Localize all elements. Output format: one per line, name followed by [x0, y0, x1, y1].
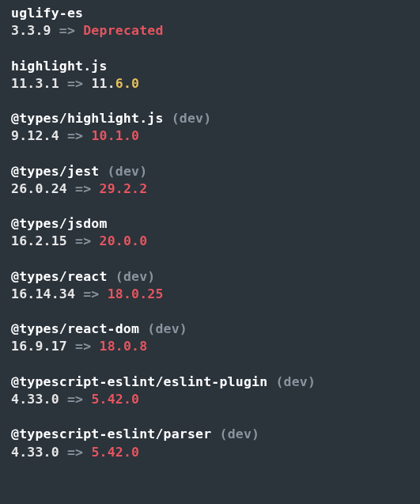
- version-segment: 18.0.8: [100, 339, 148, 354]
- package-header: @types/jsdom: [11, 215, 409, 233]
- version-line: 3.3.9 => Deprecated: [11, 22, 409, 40]
- package-entry: @types/jsdom16.2.15 => 20.0.0: [11, 215, 409, 251]
- version-line: 16.9.17 => 18.0.8: [11, 338, 409, 355]
- version-segment: 10.1.0: [91, 128, 139, 143]
- arrow-icon: =>: [67, 128, 83, 143]
- package-header: uglify-es: [11, 5, 409, 22]
- package-header: @types/highlight.js (dev): [11, 110, 409, 127]
- package-entry: @types/react (dev)16.14.34 => 18.0.25: [11, 268, 409, 304]
- dev-tag: (dev): [211, 426, 259, 441]
- target-version: 5.42.0: [91, 392, 139, 407]
- arrow-icon: =>: [59, 23, 75, 38]
- package-name: @types/highlight.js: [11, 111, 164, 126]
- package-entry: highlight.js11.3.1 => 11.6.0: [11, 58, 409, 93]
- target-version: 5.42.0: [91, 445, 139, 460]
- package-name: @types/react: [11, 269, 108, 284]
- dev-tag: (dev): [108, 269, 156, 284]
- target-version: 11.6.0: [91, 76, 139, 91]
- package-entry: uglify-es3.3.9 => Deprecated: [11, 5, 409, 40]
- package-entry: @types/jest (dev)26.0.24 => 29.2.2: [11, 163, 409, 199]
- current-version: 26.0.24: [11, 181, 67, 196]
- package-name: highlight.js: [11, 59, 108, 74]
- deprecated-label: Deprecated: [83, 23, 163, 38]
- version-line: 11.3.1 => 11.6.0: [11, 75, 409, 93]
- version-segment: 5.42.0: [91, 392, 139, 407]
- current-version: 16.9.17: [11, 339, 67, 354]
- package-header: @types/react-dom (dev): [11, 320, 409, 338]
- current-version: 4.33.0: [11, 392, 59, 407]
- version-segment: 20.0.0: [100, 233, 148, 248]
- target-version: 18.0.8: [100, 339, 148, 354]
- version-line: 4.33.0 => 5.42.0: [11, 444, 409, 461]
- package-name: @typescript-eslint/parser: [11, 426, 211, 441]
- current-version: 16.14.34: [11, 286, 75, 301]
- version-line: 26.0.24 => 29.2.2: [11, 180, 409, 198]
- package-entry: @typescript-eslint/eslint-plugin (dev)4.…: [11, 373, 409, 409]
- target-version: 18.0.25: [108, 286, 164, 301]
- version-line: 16.14.34 => 18.0.25: [11, 286, 409, 303]
- current-version: 11.3.1: [11, 76, 59, 91]
- arrow-icon: =>: [75, 233, 91, 248]
- package-header: @typescript-eslint/eslint-plugin (dev): [11, 373, 409, 391]
- version-segment: 6.0: [115, 76, 139, 91]
- version-line: 16.2.15 => 20.0.0: [11, 233, 409, 250]
- arrow-icon: =>: [75, 339, 91, 354]
- version-line: 4.33.0 => 5.42.0: [11, 391, 409, 408]
- target-version: 29.2.2: [100, 181, 148, 196]
- arrow-icon: =>: [75, 181, 91, 196]
- package-list: uglify-es3.3.9 => Deprecatedhighlight.js…: [11, 5, 409, 461]
- package-name: @types/react-dom: [11, 321, 139, 336]
- package-header: highlight.js: [11, 58, 409, 75]
- package-name: @types/jsdom: [11, 216, 108, 231]
- arrow-icon: =>: [83, 286, 99, 301]
- version-line: 9.12.4 => 10.1.0: [11, 127, 409, 145]
- version-segment: 18.0.25: [108, 286, 164, 301]
- dev-tag: (dev): [267, 374, 316, 389]
- package-entry: @typescript-eslint/parser (dev)4.33.0 =>…: [11, 426, 409, 461]
- dev-tag: (dev): [164, 111, 212, 126]
- current-version: 9.12.4: [11, 128, 59, 143]
- version-segment: 5.42.0: [91, 445, 139, 460]
- version-segment: 11.: [91, 76, 115, 91]
- current-version: 16.2.15: [11, 233, 67, 248]
- package-header: @typescript-eslint/parser (dev): [11, 426, 409, 443]
- package-name: @types/jest: [11, 164, 99, 179]
- package-header: @types/jest (dev): [11, 163, 409, 180]
- package-entry: @types/react-dom (dev)16.9.17 => 18.0.8: [11, 320, 409, 356]
- package-name: uglify-es: [11, 6, 83, 21]
- arrow-icon: =>: [67, 445, 83, 460]
- target-version: 20.0.0: [100, 233, 148, 248]
- target-version: 10.1.0: [91, 128, 139, 143]
- current-version: 3.3.9: [11, 23, 51, 38]
- arrow-icon: =>: [67, 392, 83, 407]
- package-header: @types/react (dev): [11, 268, 409, 286]
- version-segment: 29.2.2: [100, 181, 148, 196]
- package-name: @typescript-eslint/eslint-plugin: [11, 374, 267, 389]
- dev-tag: (dev): [139, 321, 187, 336]
- dev-tag: (dev): [99, 164, 147, 179]
- package-entry: @types/highlight.js (dev)9.12.4 => 10.1.…: [11, 110, 409, 146]
- arrow-icon: =>: [67, 76, 83, 91]
- current-version: 4.33.0: [11, 445, 59, 460]
